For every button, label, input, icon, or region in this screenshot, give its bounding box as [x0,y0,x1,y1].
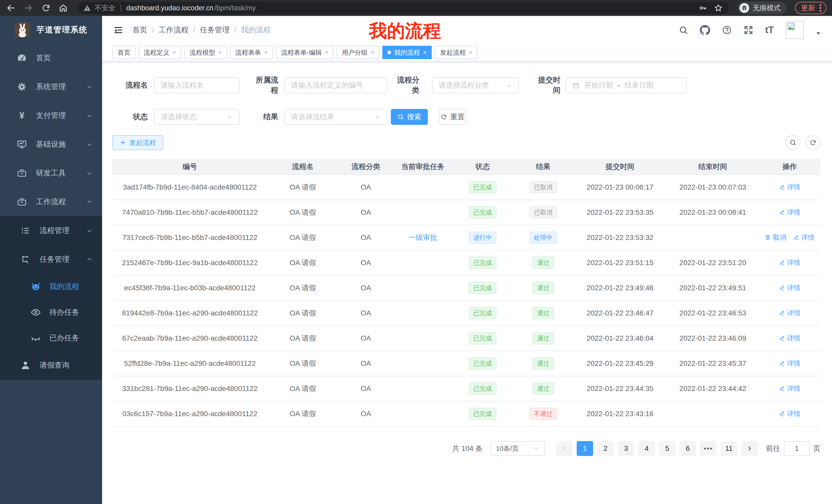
github-icon[interactable] [700,25,710,35]
sidebar-item-my-process[interactable]: 我的流程 [0,274,102,300]
cell-id: 52ffd28e-7b9a-11ec-a290-acde48001122 [112,351,267,376]
table-search-toggle-button[interactable] [785,135,800,150]
close-icon[interactable]: × [370,49,374,55]
page-button[interactable]: 2 [597,441,614,456]
cell-end-time: 2022-01-23 00:08:41 [667,200,759,225]
close-icon[interactable]: × [325,49,328,55]
tab-start-process[interactable]: 发起流程× [435,46,477,59]
home-icon[interactable] [58,3,69,13]
avatar[interactable] [786,21,804,39]
page-button[interactable]: 3 [618,441,634,456]
detail-link[interactable]: 详情 [779,283,800,292]
sidebar-item-system[interactable]: 系统管理 [0,73,102,101]
sidebar-item-home[interactable]: 首页 [0,44,102,73]
page-button[interactable]: 11 [721,441,737,456]
font-size-icon[interactable]: tT [765,25,774,35]
bookmark-star-icon[interactable] [714,4,723,12]
submit-time-range[interactable]: 开始日期 - 结束日期 [566,77,686,93]
detail-link[interactable]: 详情 [779,208,800,217]
sidebar-item-payment[interactable]: ¥ 支付管理 [0,101,102,130]
sidebar-item-infra[interactable]: 基础设施 [0,130,102,159]
fullscreen-icon[interactable] [744,25,753,35]
detail-link[interactable]: 详情 [779,384,800,393]
key-icon[interactable] [699,4,707,12]
tab-home[interactable]: 首页 [112,46,135,59]
tab-process-form-edit[interactable]: 流程表单-编辑× [276,46,334,59]
reset-button[interactable]: 重置 [439,109,466,125]
cell-id: 819442e8-7b9a-11ec-a290-acde48001122 [112,301,267,326]
url-bar[interactable]: 不安全 dashboard.yudao.iocoder.cn /bpm/task… [77,2,729,14]
sidebar-item-task-mgmt[interactable]: 任务管理 [0,245,102,274]
process-def-input[interactable]: 请输入流程定义的编号 [284,77,387,93]
next-page-button[interactable] [741,441,758,456]
tab-process-definition[interactable]: 流程定义× [138,46,181,59]
more-pages-button[interactable]: ••• [700,441,717,456]
goto-page-input[interactable]: 1 [784,441,810,456]
detail-link[interactable]: 详情 [779,409,800,418]
search-button[interactable]: 搜索 [391,109,428,125]
reload-icon[interactable] [41,3,51,13]
page-button[interactable]: 5 [659,441,675,456]
close-icon[interactable]: × [469,49,472,55]
page-button[interactable]: 6 [679,441,696,456]
close-icon[interactable]: × [264,49,268,55]
sidebar-item-leave-query[interactable]: 请假查询 [0,351,102,380]
sidebar-fold-icon[interactable] [113,25,124,35]
detail-link[interactable]: 详情 [779,258,800,267]
column-header: 结束时间 [667,159,759,175]
start-process-button[interactable]: 发起流程 [112,135,163,150]
sidebar-item-label: 请假查询 [40,360,70,370]
close-icon[interactable]: × [173,49,176,55]
close-icon[interactable]: × [423,49,426,55]
cancel-link[interactable]: 取消 [765,233,786,242]
update-menu-button[interactable]: 更新 [795,2,826,14]
avatar-caret-icon[interactable] [815,31,821,36]
cell-process-name: OA 请假 [267,250,338,275]
yen-icon: ¥ [16,111,28,120]
tab-my-process[interactable]: 我的流程× [382,46,432,59]
cell-process-name: OA 请假 [267,200,338,225]
breadcrumb-item[interactable]: 工作流程 [159,25,188,35]
detail-link[interactable]: 详情 [779,309,800,317]
page-button[interactable]: 1 [577,441,593,456]
sidebar-item-workflow[interactable]: 工作流程 [0,188,102,216]
tab-user-group[interactable]: 用户分组× [337,46,379,59]
sidebar-item-todo-tasks[interactable]: 待办任务 [0,300,102,325]
tab-process-model[interactable]: 流程模型× [184,46,227,59]
status-select[interactable]: 请选择状态 [154,109,239,125]
page-size-select[interactable]: 10条/页 [490,441,545,456]
process-table: 编号 流程名 流程分类 当前审批任务 状态 结果 提交时间 结束时间 操作 3a… [112,159,821,427]
sidebar-item-process-mgmt[interactable]: 流程管理 [0,216,102,245]
process-name-input[interactable]: 请输入流程名 [154,77,239,93]
sidebar-logo[interactable]: 芋道管理系统 [0,16,102,44]
url-host: dashboard.yudao.iocoder.cn [126,4,213,12]
close-icon[interactable]: × [218,49,222,55]
tab-process-form[interactable]: 流程表单× [230,46,273,59]
breadcrumb-item[interactable]: 任务管理 [200,25,230,35]
forward-icon[interactable] [23,3,33,13]
cell-end-time: 2022-01-22 23:45:37 [667,351,759,376]
chevron-up-icon [86,256,93,263]
search-icon[interactable] [679,25,688,35]
category-select[interactable]: 请选择流程分类 [432,77,519,93]
sidebar-item-label: 研发工具 [36,168,66,178]
back-icon[interactable] [6,3,16,13]
monitor-icon [16,139,28,150]
detail-link[interactable]: 详情 [779,359,800,368]
detail-link[interactable]: 详情 [779,183,800,192]
table-refresh-button[interactable] [806,135,821,150]
cell-process-name: OA 请假 [267,225,338,250]
prev-page-button[interactable] [556,441,573,456]
sidebar-item-devtools[interactable]: 研发工具 [0,159,102,188]
help-icon[interactable] [722,25,732,35]
page-button[interactable]: 4 [639,441,655,456]
cell-end-time: 2022-01-22 23:49:51 [667,275,759,301]
breadcrumb-item[interactable]: 首页 [132,25,147,35]
result-badge: 通过 [532,332,554,344]
detail-link[interactable]: 详情 [793,233,814,242]
detail-link[interactable]: 详情 [779,334,800,343]
current-task-link[interactable]: 一级审批 [409,233,437,242]
cell-submit-time: 2022-01-22 23:45:29 [573,351,667,376]
sidebar-item-done-tasks[interactable]: 已办任务 [0,325,102,351]
result-select[interactable]: 请选择流结果 [284,109,387,125]
